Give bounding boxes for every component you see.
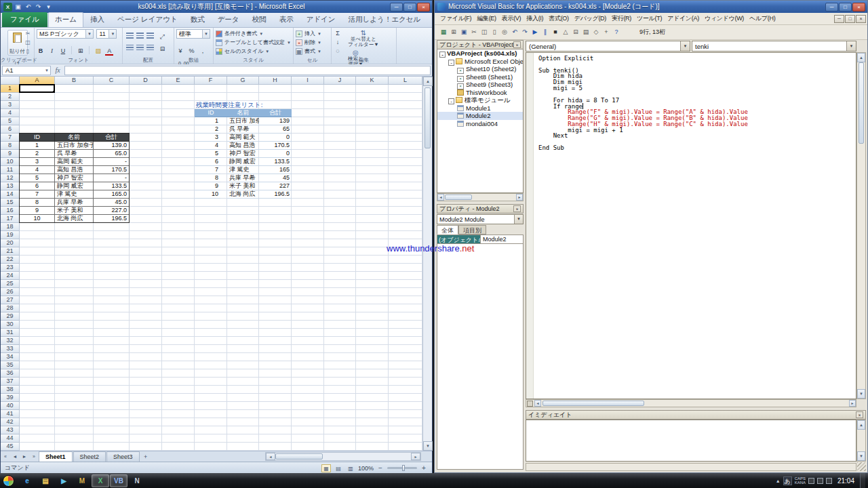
cell-total[interactable]: 227: [259, 182, 292, 190]
row-header-16[interactable]: 16: [1, 207, 20, 215]
menu-item[interactable]: ウィンドウ(W): [702, 14, 747, 23]
properties-window-icon[interactable]: ▤: [581, 27, 591, 37]
scrollbar-thumb[interactable]: [425, 87, 431, 148]
conditional-formatting-button[interactable]: 条件付き書式▼: [216, 29, 291, 38]
mdi-restore-button[interactable]: □: [845, 15, 855, 23]
cell-id[interactable]: 8: [195, 174, 220, 182]
paste-icon[interactable]: ▯: [490, 27, 499, 37]
visual-basic-editor-icon[interactable]: VB: [110, 474, 127, 487]
scroll-up-button[interactable]: ▲: [857, 53, 865, 62]
menu-item[interactable]: 書式(O): [546, 14, 572, 23]
right-table-header-cell[interactable]: 合計: [259, 109, 292, 117]
cell-id[interactable]: 10: [20, 215, 55, 223]
split-handle[interactable]: [527, 401, 533, 407]
cut-icon[interactable]: ✂: [24, 30, 32, 37]
column-header-j[interactable]: J: [324, 77, 356, 85]
help-icon[interactable]: ?: [612, 27, 621, 37]
project-explorer-icon[interactable]: ⊟: [571, 27, 580, 37]
tree-item[interactable]: -標準モジュール: [437, 96, 523, 104]
row-header-22[interactable]: 22: [1, 256, 20, 264]
left-table-header-cell[interactable]: 名前: [55, 134, 94, 142]
internet-explorer-icon[interactable]: e: [18, 474, 36, 487]
cell-total[interactable]: 170.5: [259, 142, 292, 150]
scroll-right-button[interactable]: ►: [849, 400, 856, 407]
menu-item[interactable]: アドイン(A): [665, 14, 702, 23]
page-layout-view-button[interactable]: ▤: [334, 464, 343, 472]
normal-view-button[interactable]: ▦: [321, 464, 331, 472]
row-header-29[interactable]: 29: [1, 312, 20, 321]
procedure-combo[interactable]: tenki▼: [692, 41, 856, 52]
cell-name[interactable]: 米子 美和: [227, 182, 259, 190]
mdi-minimize-button[interactable]: ─: [834, 15, 844, 23]
tree-item[interactable]: ×Sheet9 (Sheet3): [437, 81, 523, 89]
copy-icon[interactable]: ◫: [24, 39, 32, 46]
column-header-a[interactable]: A: [20, 77, 55, 85]
redo-icon[interactable]: ↷: [34, 3, 43, 12]
cell-id[interactable]: 5: [195, 150, 220, 158]
close-button[interactable]: ×: [417, 3, 430, 12]
ribbon-tab[interactable]: 表示: [273, 13, 300, 27]
column-header-d[interactable]: D: [130, 77, 162, 85]
align-center-icon[interactable]: [136, 45, 144, 51]
tab-categorized[interactable]: 項目別: [458, 225, 486, 235]
cell-total[interactable]: 196.5: [259, 190, 292, 199]
font-name-combo[interactable]: MS Pゴシック▼: [37, 29, 94, 39]
row-header-20[interactable]: 20: [1, 239, 20, 247]
notepad-icon[interactable]: N: [128, 474, 146, 487]
minimize-button[interactable]: ─: [825, 3, 838, 12]
row-header-34[interactable]: 34: [1, 353, 20, 361]
cell-total[interactable]: 227.0: [94, 207, 130, 215]
scroll-left-button[interactable]: ◄: [266, 453, 275, 460]
tree-expander-icon[interactable]: -: [448, 60, 454, 66]
restore-button[interactable]: □: [839, 3, 852, 12]
zoom-slider-thumb[interactable]: [402, 465, 405, 471]
tree-item[interactable]: ×Sheet10 (Sheet2): [437, 65, 523, 73]
immediate-vertical-scrollbar[interactable]: ▲ ▼: [856, 420, 866, 462]
cell-id[interactable]: 6: [20, 182, 55, 190]
row-header-23[interactable]: 23: [1, 264, 20, 272]
vertical-scrollbar[interactable]: ▲ ▼: [422, 77, 432, 451]
close-icon[interactable]: ×: [513, 41, 521, 48]
row-header-12[interactable]: 12: [1, 174, 20, 182]
underline-button[interactable]: U: [59, 47, 67, 56]
cell-id[interactable]: 4: [195, 142, 220, 150]
row-header-11[interactable]: 11: [1, 166, 20, 174]
cell-id[interactable]: 2: [20, 150, 55, 158]
row-header-44[interactable]: 44: [1, 434, 20, 443]
row-header-42[interactable]: 42: [1, 418, 20, 426]
excel-logo-icon[interactable]: X: [3, 3, 12, 12]
row-header-27[interactable]: 27: [1, 296, 20, 304]
name-box[interactable]: A1▼: [2, 66, 51, 75]
toolbox-icon[interactable]: +: [601, 27, 611, 37]
undo-icon[interactable]: ↶: [24, 3, 33, 12]
autosum-icon[interactable]: Σ: [334, 29, 342, 38]
cell-id[interactable]: 1: [20, 142, 55, 150]
dropdown-arrow-icon[interactable]: ▼: [514, 215, 523, 224]
tree-expander-icon[interactable]: -: [439, 52, 446, 58]
cell-id[interactable]: 3: [195, 134, 220, 142]
cell-name[interactable]: 北海 尚広: [55, 215, 94, 223]
row-header-24[interactable]: 24: [1, 272, 20, 280]
column-header-h[interactable]: H: [259, 77, 292, 85]
sheet-tab-sheet1[interactable]: Sheet1: [39, 451, 73, 462]
scroll-down-button[interactable]: ▼: [857, 389, 865, 399]
tree-item[interactable]: Module2: [437, 112, 523, 120]
menu-item[interactable]: 編集(E): [474, 14, 499, 23]
dropdown-arrow-icon[interactable]: ▼: [680, 41, 690, 51]
restore-button[interactable]: □: [403, 3, 416, 12]
cell-name[interactable]: 神戸 智宏: [227, 150, 259, 158]
object-browser-icon[interactable]: ◇: [591, 27, 601, 37]
redo-icon[interactable]: ↷: [520, 27, 530, 37]
code-line[interactable]: Sub tenki(): [538, 68, 856, 74]
close-button[interactable]: ×: [852, 3, 865, 12]
scrollbar-thumb[interactable]: [542, 401, 644, 406]
cell-name[interactable]: 高知 昌浩: [55, 166, 94, 174]
ribbon-tab[interactable]: ファイル: [2, 12, 47, 27]
row-header-13[interactable]: 13: [1, 182, 20, 190]
format-painter-icon[interactable]: ▯: [24, 47, 32, 55]
bold-button[interactable]: B: [37, 47, 45, 56]
sheet-tab-sheet3[interactable]: Sheet3: [106, 451, 140, 462]
insert-function-icon[interactable]: fx: [52, 66, 63, 74]
cell-styles-button[interactable]: セルのスタイル▼: [216, 47, 291, 56]
code-line[interactable]: Dim hida: [538, 73, 856, 79]
